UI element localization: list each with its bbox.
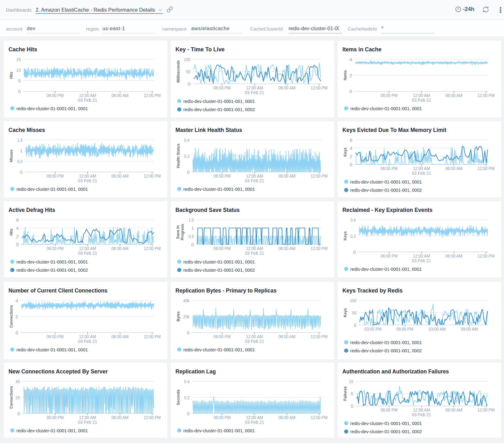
svg-text:0: 0 — [17, 411, 20, 416]
svg-text:2: 2 — [349, 73, 352, 78]
svg-text:12:00 PM: 12:00 PM — [311, 246, 328, 251]
svg-text:0: 0 — [20, 169, 22, 175]
svg-text:Replication Lag: Replication Lag — [175, 368, 216, 375]
svg-text:12:00 PM: 12:00 PM — [478, 93, 495, 98]
svg-text:redis-dev-cluster-01-0001-001,: redis-dev-cluster-01-0001-001, 0002 — [183, 107, 255, 112]
svg-text:2: 2 — [15, 314, 18, 319]
svg-text:redis-dev-cluster-01-0001-001,: redis-dev-cluster-01-0001-001, 0002 — [183, 267, 255, 273]
svg-text:redis-dev-cluster-01-0001-001,: redis-dev-cluster-01-0001-001, 0001 — [183, 259, 255, 264]
svg-text:redis-dev-cluster-01-0001-001,: redis-dev-cluster-01-0001-001, 0002 — [350, 187, 422, 193]
svg-text:Keys Tracked by Redis: Keys Tracked by Redis — [342, 287, 403, 294]
svg-text:06:00 AM: 06:00 AM — [112, 93, 129, 98]
svg-text:03 Feb 21: 03 Feb 21 — [245, 178, 264, 183]
svg-text:redis-dev-cluster-01-0001-001,: redis-dev-cluster-01-0001-001, 0002 — [350, 348, 422, 353]
svg-text:redis-dev-cluster-01-0001-001,: redis-dev-cluster-01-0001-001, 0001 — [16, 428, 88, 433]
svg-text:6: 6 — [16, 217, 19, 223]
svg-text:06:00 PM: 06:00 PM — [214, 334, 231, 339]
svg-text:06:00 AM: 06:00 AM — [445, 93, 462, 98]
svg-text:03 Feb 21: 03 Feb 21 — [412, 170, 431, 176]
svg-text:06:00 AM: 06:00 AM — [445, 407, 462, 412]
svg-text:0: 0 — [187, 411, 189, 416]
svg-text:Milliseconds: Milliseconds — [176, 60, 180, 83]
svg-text:10: 10 — [349, 379, 353, 384]
svg-text:Keys Evicted Due To Max Memory: Keys Evicted Due To Max Memory Limit — [342, 127, 447, 133]
svg-text:Cache Hits: Cache Hits — [9, 46, 37, 53]
svg-text:06:00 PM: 06:00 PM — [214, 246, 231, 251]
svg-text:0: 0 — [15, 330, 18, 335]
svg-text:redis-dev-cluster-01-0001-001,: redis-dev-cluster-01-0001-001, 0001 — [16, 106, 88, 111]
svg-text:03 Feb 21: 03 Feb 21 — [245, 90, 264, 95]
svg-text:0.4: 0.4 — [184, 137, 190, 143]
svg-text:06:00 PM: 06:00 PM — [47, 246, 64, 251]
svg-text:06:00 PM: 06:00 PM — [381, 253, 398, 258]
svg-text:1.5: 1.5 — [189, 217, 194, 223]
svg-text:Connections: Connections — [9, 305, 14, 328]
svg-text:4: 4 — [16, 225, 19, 231]
svg-text:06:00 AM: 06:00 AM — [112, 334, 129, 339]
svg-text:06:00 AM: 06:00 AM — [278, 246, 295, 251]
svg-text:06:00 AM: 06:00 AM — [112, 415, 129, 420]
svg-text:Replication Bytes - Primary to: Replication Bytes - Primary to Replicas — [175, 287, 277, 294]
svg-text:4: 4 — [350, 145, 352, 151]
svg-text:0: 0 — [350, 162, 352, 167]
svg-text:06:00 AM: 06:00 AM — [278, 173, 295, 179]
svg-text:06:00 PM: 06:00 PM — [381, 166, 398, 171]
svg-text:100: 100 — [350, 298, 357, 303]
svg-text:Save In: Save In — [175, 225, 180, 239]
svg-text:redis-dev-cluster-01-0001-001,: redis-dev-cluster-01-0001-001, 0001 — [183, 347, 255, 352]
svg-text:06:00 AM: 06:00 AM — [445, 253, 462, 258]
svg-text:2: 2 — [16, 234, 19, 239]
svg-text:0: 0 — [187, 330, 189, 335]
svg-text:Keys: Keys — [343, 148, 347, 157]
svg-text:Hits: Hits — [9, 229, 14, 236]
svg-text:Keys: Keys — [343, 231, 347, 241]
svg-text:1: 1 — [191, 225, 194, 231]
svg-text:Items: Items — [343, 70, 347, 80]
svg-text:0: 0 — [18, 89, 20, 94]
svg-text:03 Feb 21: 03 Feb 21 — [245, 338, 264, 344]
svg-text:03 Feb 21: 03 Feb 21 — [412, 412, 431, 417]
svg-text:06:00 PM: 06:00 PM — [214, 85, 231, 90]
svg-text:0: 0 — [187, 169, 189, 175]
svg-text:06:00 PM: 06:00 PM — [214, 415, 231, 420]
svg-text:Key - Time To Live: Key - Time To Live — [175, 46, 225, 53]
svg-text:Authentication and Authorizati: Authentication and Authorization Failure… — [342, 368, 449, 375]
svg-text:5: 5 — [18, 78, 20, 83]
svg-text:12:00 PM: 12:00 PM — [144, 93, 161, 98]
svg-text:12:00 PM: 12:00 PM — [144, 334, 161, 339]
svg-text:redis-dev-cluster-01-0001-001,: redis-dev-cluster-01-0001-001, 0002 — [350, 429, 422, 434]
svg-text:09:00 PM: 09:00 PM — [396, 326, 413, 332]
svg-text:06:00 PM: 06:00 PM — [214, 173, 231, 179]
svg-text:12:00 PM: 12:00 PM — [311, 85, 328, 90]
svg-text:12:00 PM: 12:00 PM — [144, 173, 161, 179]
svg-text:0: 0 — [191, 242, 194, 247]
svg-text:Items in Cache: Items in Cache — [342, 46, 381, 53]
svg-text:redis-dev-cluster-01-0001-001,: redis-dev-cluster-01-0001-001, 0001 — [16, 259, 88, 264]
svg-text:0: 0 — [354, 322, 356, 328]
svg-text:03 Feb 21: 03 Feb 21 — [78, 338, 97, 344]
svg-text:12:00 PM: 12:00 PM — [311, 415, 328, 420]
svg-text:redis-dev-cluster-01-0001-001,: redis-dev-cluster-01-0001-001, 0001 — [350, 421, 422, 426]
svg-text:Active Defrag Hits: Active Defrag Hits — [9, 207, 55, 213]
svg-text:Connections: Connections — [9, 386, 14, 409]
svg-text:Reclaimed - Key Expiration Eve: Reclaimed - Key Expiration Events — [342, 207, 432, 213]
svg-text:redis-dev-cluster-01-0001-001,: redis-dev-cluster-01-0001-001, 0001 — [16, 186, 88, 192]
svg-text:03 Feb 21: 03 Feb 21 — [245, 419, 264, 425]
svg-text:06:00 AM: 06:00 AM — [445, 166, 462, 171]
svg-text:12:00 PM: 12:00 PM — [478, 166, 495, 171]
svg-text:0: 0 — [349, 89, 352, 94]
svg-text:12:00 PM: 12:00 PM — [478, 253, 495, 258]
svg-text:03 Feb 21: 03 Feb 21 — [78, 97, 97, 103]
svg-text:06:00 PM: 06:00 PM — [381, 407, 398, 412]
svg-text:redis-dev-cluster-01-0001-001,: redis-dev-cluster-01-0001-001, 0001 — [16, 347, 88, 352]
svg-text:06:00 PM: 06:00 PM — [47, 173, 64, 179]
svg-text:Keys: Keys — [343, 308, 347, 317]
svg-text:6: 6 — [350, 137, 352, 143]
svg-text:0: 0 — [188, 81, 190, 87]
svg-text:06:00 AM: 06:00 AM — [278, 415, 295, 420]
svg-text:redis-dev-cluster-01-0001-001,: redis-dev-cluster-01-0001-001, 0001 — [350, 106, 422, 111]
svg-text:redis-dev-cluster-01-0001-001,: redis-dev-cluster-01-0001-001, 0001 — [183, 428, 255, 433]
svg-text:50: 50 — [352, 310, 357, 315]
svg-text:50: 50 — [186, 69, 191, 74]
svg-text:15: 15 — [16, 57, 21, 62]
